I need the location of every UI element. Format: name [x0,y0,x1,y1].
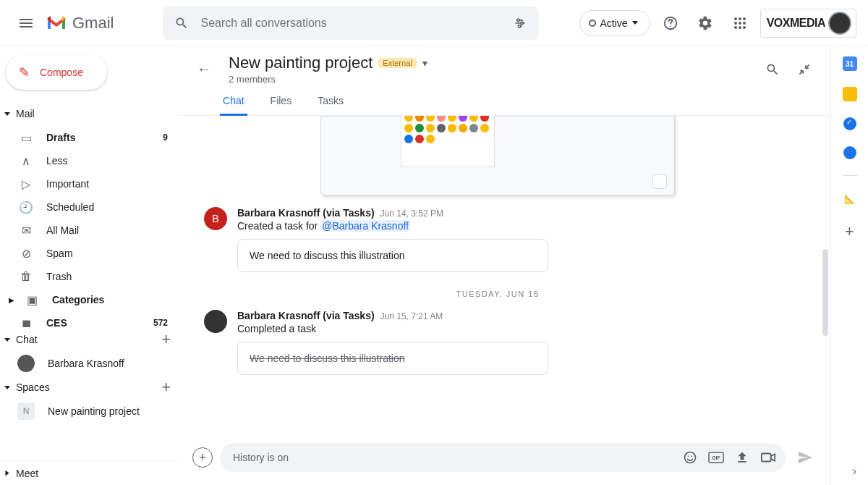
spaces-section-header[interactable]: Spaces + [0,375,179,400]
scrollbar[interactable] [822,249,828,336]
nav-scheduled[interactable]: 🕘Scheduled [0,195,179,219]
svg-point-0 [517,19,519,21]
sender-name: Barbara Krasnoff (via Tasks) [237,310,375,321]
mail-section-header[interactable]: Mail [0,101,179,126]
space-item[interactable]: N New painting project [0,400,179,423]
keep-addon[interactable] [843,87,857,101]
timestamp: Jun 14, 3:52 PM [380,208,443,219]
scheduled-icon: 🕘 [19,201,33,214]
search-input[interactable] [200,17,501,30]
contacts-addon[interactable] [843,146,856,159]
add-space-button[interactable]: + [161,378,171,397]
whiteboard-addon[interactable]: 📐 [843,192,857,206]
tab-tasks[interactable]: Tasks [315,90,346,116]
search-bar[interactable] [163,7,539,40]
space-avatar: N [17,402,35,420]
tab-files[interactable]: Files [268,90,295,116]
space-dropdown[interactable]: ▾ [422,57,427,69]
nav-trash[interactable]: 🗑Trash [0,265,179,288]
tab-chat[interactable]: Chat [220,90,247,116]
compose-label: Compose [40,67,83,78]
compose-button[interactable]: ✎ Compose [6,55,107,90]
nav-spam[interactable]: ⊘Spam [0,242,179,265]
svg-point-1 [521,22,523,24]
message: Barbara Krasnoff (via Tasks)Jun 15, 7:21… [194,304,801,381]
video-button[interactable] [757,446,780,469]
day-divider: TUESDAY, JUN 15 [194,278,801,304]
search-icon[interactable] [169,10,195,36]
pencil-icon: ✎ [19,64,30,80]
svg-point-5 [734,17,737,20]
settings-button[interactable] [691,9,720,38]
message-text: Created a task for @Barbara Krasnoff [237,220,791,232]
mention[interactable]: @Barbara Krasnoff [320,220,410,232]
input-placeholder: History is on [233,452,678,463]
allmail-icon: ✉ [19,224,33,237]
avatar [830,13,850,33]
svg-point-6 [739,17,741,20]
upload-button[interactable] [731,446,754,469]
status-dot-icon [589,20,596,27]
task-card[interactable]: We need to discuss this illustration [237,239,548,272]
get-addons-button[interactable]: + [845,222,854,241]
avatar [204,310,227,333]
nav-categories[interactable]: ▶▣Categories [0,288,179,311]
svg-point-12 [739,26,741,29]
chat-item[interactable]: Barbara Krasnoff [0,352,179,375]
account-chip[interactable]: VOXMEDIA [760,9,856,38]
message: BBarbara Krasnoff (via Tasks)Jun 14, 3:5… [194,201,801,278]
chevron-down-icon [4,112,10,116]
tasks-addon[interactable] [843,117,856,130]
hide-sidepanel-button[interactable]: › [853,465,856,478]
expand-icon [652,174,667,189]
nav-important[interactable]: ▷Important [0,172,179,195]
support-button[interactable] [656,9,685,38]
send-button[interactable] [793,445,817,470]
nav-drafts[interactable]: ▭Drafts9 [0,126,179,149]
nav-label[interactable]: ◼CES572 [0,311,179,327]
svg-point-2 [519,25,521,27]
status-text: Active [600,17,628,29]
chevron-down-icon [4,338,10,342]
gif-button[interactable]: GIF [705,446,728,469]
back-button[interactable]: ← [191,55,217,83]
message-input[interactable]: History is on GIF [220,443,786,472]
chevron-down-icon [632,21,638,25]
svg-point-9 [739,22,741,25]
svg-text:GIF: GIF [712,455,720,460]
collapse-button[interactable] [790,55,819,84]
drafts-icon: ▭ [19,131,33,145]
sender-name: Barbara Krasnoff (via Tasks) [237,207,375,219]
apps-button[interactable] [726,9,754,38]
add-chat-button[interactable]: + [161,330,171,349]
categories-icon: ▣ [25,293,39,307]
meet-section-header[interactable]: Meet [0,460,179,485]
gmail-logo[interactable]: Gmail [46,14,114,33]
trash-icon: 🗑 [19,270,33,283]
avatar [17,355,35,372]
svg-point-7 [743,17,746,20]
external-badge: External [378,58,416,68]
nav-less[interactable]: ∧Less [0,149,179,172]
nav-allmail[interactable]: ✉All Mail [0,219,179,242]
timestamp: Jun 15, 7:21 AM [380,311,443,321]
status-chip[interactable]: Active [579,10,650,36]
svg-point-11 [734,26,737,29]
gmail-m-icon [46,15,67,31]
search-options-icon[interactable] [507,10,533,36]
add-attachment-button[interactable]: + [192,447,213,468]
svg-point-15 [688,456,689,457]
search-in-space-button[interactable] [758,55,787,84]
menu-button[interactable] [12,9,41,38]
svg-rect-19 [762,454,771,462]
calendar-addon[interactable]: 31 [843,56,857,71]
chat-section-header[interactable]: Chat + [0,327,179,352]
task-card[interactable]: We need to discuss this illustration [237,342,548,375]
svg-point-13 [743,26,746,29]
emoji-button[interactable] [678,446,702,469]
org-name: VOXMEDIA [767,17,825,30]
emoji-picker-preview [320,116,675,195]
spam-icon: ⊘ [19,247,33,261]
important-icon: ▷ [19,177,33,191]
svg-point-4 [670,25,671,27]
